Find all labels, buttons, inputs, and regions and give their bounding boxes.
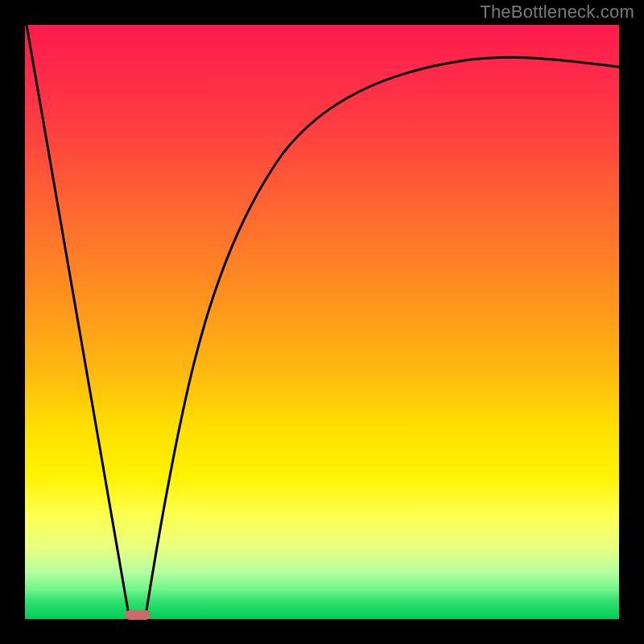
bottleneck-curve <box>25 25 619 619</box>
optimal-point-marker <box>125 610 151 620</box>
chart-frame: TheBottleneck.com <box>0 0 644 644</box>
watermark-text: TheBottleneck.com <box>480 2 634 23</box>
curve-right-branch <box>146 57 619 615</box>
plot-area <box>25 25 619 619</box>
curve-left-branch <box>27 25 129 615</box>
